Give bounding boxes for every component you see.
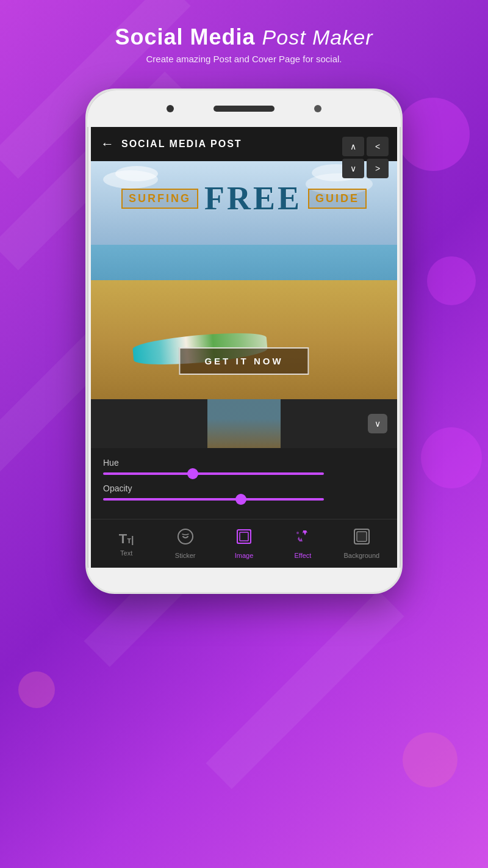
collapse-button[interactable]: ∨ xyxy=(368,414,387,433)
hue-row: Hue xyxy=(103,458,324,475)
back-button[interactable]: ← xyxy=(101,136,114,152)
post-surfing-text: SURFING xyxy=(121,189,198,209)
circle-5 xyxy=(403,732,458,787)
post-free-text: FREE xyxy=(204,179,302,217)
edit-panel: ∨ Hue Opacity xyxy=(91,399,397,568)
toolbar-effect[interactable]: Effect xyxy=(273,528,332,559)
svg-rect-6 xyxy=(357,532,367,541)
opacity-thumb[interactable] xyxy=(235,494,246,505)
thumbnail-image xyxy=(207,399,281,448)
phone-speaker xyxy=(214,106,274,112)
circle-4 xyxy=(18,671,55,708)
opacity-track[interactable] xyxy=(103,498,324,501)
phone-screen: ← SOCIAL MEDIA POST ⤓ SURFING xyxy=(91,127,397,568)
down-left-row: ∨ > xyxy=(342,159,389,178)
app-title-main: Social Media xyxy=(115,24,262,49)
front-camera-left xyxy=(167,105,174,112)
image-icon xyxy=(235,528,253,549)
app-subtitle: Create amazing Post and Cover Page for s… xyxy=(12,54,476,64)
svg-point-0 xyxy=(178,529,193,544)
phone-mockup: ← SOCIAL MEDIA POST ⤓ SURFING xyxy=(85,89,403,594)
background-label: Background xyxy=(343,552,379,559)
hue-thumb[interactable] xyxy=(187,468,198,479)
hue-track[interactable] xyxy=(103,472,324,475)
sliders-wrapper: Hue Opacity xyxy=(103,458,385,501)
opacity-row: Opacity xyxy=(103,483,324,501)
svg-rect-3 xyxy=(240,532,248,541)
image-label: Image xyxy=(235,552,254,559)
text-label: Text xyxy=(120,549,132,557)
stripe-6 xyxy=(206,590,404,789)
phone-bottom-bar xyxy=(87,568,401,592)
phone-top-bar xyxy=(87,90,401,127)
post-cta-button[interactable]: GET IT NOW xyxy=(179,347,309,375)
phone-wrapper: ← SOCIAL MEDIA POST ⤓ SURFING xyxy=(0,89,488,594)
arrow-controls: ∧ < ∨ > xyxy=(342,137,389,178)
canvas-area: SURFING FREE GUIDE GET IT NOW xyxy=(91,161,397,399)
text-icon: Tт| xyxy=(119,531,134,547)
app-title-italic: Post Maker xyxy=(262,26,373,49)
post-text-top: SURFING FREE GUIDE xyxy=(91,179,397,217)
app-bar-title: SOCIAL MEDIA POST xyxy=(121,139,376,150)
svg-point-4 xyxy=(296,532,299,534)
hue-label: Hue xyxy=(103,458,324,468)
sticker-label: Sticker xyxy=(175,552,196,559)
toolbar-image[interactable]: Image xyxy=(215,528,273,559)
background-icon xyxy=(353,528,370,549)
post-guide-text: GUIDE xyxy=(308,189,367,209)
toolbar-text[interactable]: Tт| Text xyxy=(97,531,156,557)
toolbar-sticker[interactable]: Sticker xyxy=(156,528,214,559)
left-button[interactable]: > xyxy=(367,159,389,178)
app-header: Social Media Post Maker Create amazing P… xyxy=(0,0,488,76)
bottom-toolbar: Tт| Text Sticker xyxy=(91,519,397,568)
up-right-row: ∧ < xyxy=(342,137,389,156)
opacity-label: Opacity xyxy=(103,483,324,493)
sliders-area: Hue Opacity xyxy=(91,448,397,519)
toolbar-background[interactable]: Background xyxy=(332,528,391,559)
up-button[interactable]: ∧ xyxy=(342,137,364,156)
effect-icon xyxy=(294,528,311,549)
down-button[interactable]: ∨ xyxy=(342,159,364,178)
sticker-icon xyxy=(177,528,194,549)
thumbnail-strip: ∨ xyxy=(91,399,397,448)
front-camera-right xyxy=(314,105,321,112)
effect-label: Effect xyxy=(294,552,311,559)
app-title: Social Media Post Maker xyxy=(12,24,476,50)
right-button[interactable]: < xyxy=(367,137,389,156)
